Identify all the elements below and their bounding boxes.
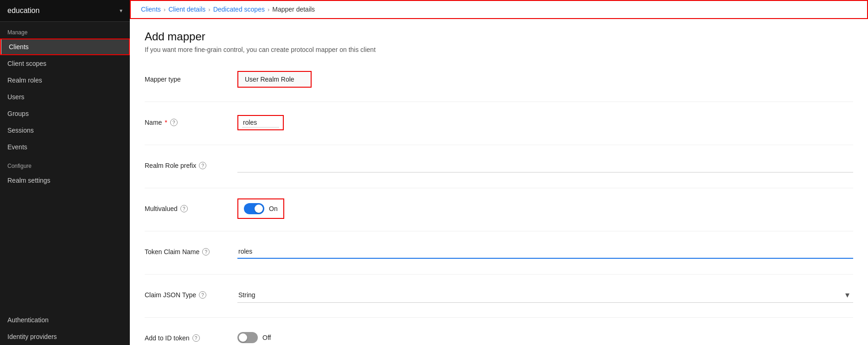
name-input[interactable] <box>242 118 279 128</box>
add-to-id-token-control: Off <box>237 332 853 345</box>
configure-section-label: Configure <box>0 155 130 172</box>
sidebar-item-events[interactable]: Events <box>0 139 130 155</box>
claim-json-type-control: String long int boolean JSON ▾ <box>237 288 853 303</box>
add-to-id-token-label: Add to ID token ? <box>145 334 237 342</box>
claim-json-type-label: Claim JSON Type ? <box>145 291 237 299</box>
sidebar-item-realm-settings-label: Realm settings <box>7 177 51 184</box>
breadcrumb-dedicated-scopes[interactable]: Dedicated scopes <box>213 6 265 13</box>
sidebar-item-authentication[interactable]: Authentication <box>0 312 130 328</box>
sidebar-bottom: Authentication Identity providers <box>0 312 130 345</box>
sidebar-item-realm-roles[interactable]: Realm roles <box>0 72 130 89</box>
claim-json-type-row: Claim JSON Type ? String long int boolea… <box>145 284 853 306</box>
multivalued-help-icon[interactable]: ? <box>180 205 188 212</box>
breadcrumb-current: Mapper details <box>272 6 315 13</box>
sidebar-item-users[interactable]: Users <box>0 89 130 105</box>
breadcrumb-client-details[interactable]: Client details <box>168 6 205 13</box>
breadcrumb-sep-2: › <box>208 6 210 13</box>
mapper-type-value: User Realm Role <box>245 76 294 83</box>
realm-role-prefix-row: Realm Role prefix ? <box>145 154 853 177</box>
add-to-id-token-state: Off <box>262 334 271 341</box>
sidebar-item-realm-roles-label: Realm roles <box>7 77 42 84</box>
add-to-id-token-help-icon[interactable]: ? <box>192 334 200 342</box>
multivalued-row: Multivalued ? On <box>145 198 853 220</box>
breadcrumb: Clients › Client details › Dedicated sco… <box>130 0 868 19</box>
realm-dropdown-arrow: ▾ <box>120 7 122 14</box>
token-claim-name-row: Token Claim Name ? <box>145 241 853 263</box>
name-help-icon[interactable]: ? <box>170 119 178 126</box>
manage-section-label: Manage <box>0 22 130 38</box>
multivalued-toggle-wrapper: On <box>237 198 284 219</box>
sidebar-item-client-scopes-label: Client scopes <box>7 60 46 67</box>
sidebar-item-client-scopes[interactable]: Client scopes <box>0 55 130 72</box>
sidebar-item-groups-label: Groups <box>7 110 29 117</box>
breadcrumb-clients[interactable]: Clients <box>141 6 161 13</box>
name-required: * <box>165 119 167 126</box>
breadcrumb-sep-3: › <box>268 6 269 13</box>
realm-role-prefix-control <box>237 159 853 172</box>
sidebar: education ▾ Manage Clients Client scopes… <box>0 0 130 345</box>
main-content: Clients › Client details › Dedicated sco… <box>130 0 868 345</box>
name-label: Name * ? <box>145 119 237 126</box>
realm-role-prefix-label: Realm Role prefix ? <box>145 162 237 169</box>
realm-role-prefix-help-icon[interactable]: ? <box>199 162 206 169</box>
multivalued-toggle-slider <box>244 203 264 214</box>
mapper-type-control: User Realm Role <box>237 71 853 88</box>
sidebar-item-groups[interactable]: Groups <box>0 105 130 122</box>
page-subtitle: If you want more fine-grain control, you… <box>145 46 853 53</box>
multivalued-label: Multivalued ? <box>145 205 237 212</box>
add-to-id-token-slider <box>237 332 258 343</box>
sidebar-item-identity-providers-label: Identity providers <box>7 333 57 340</box>
breadcrumb-sep-1: › <box>164 6 166 13</box>
sidebar-item-sessions-label: Sessions <box>7 127 34 134</box>
token-claim-name-input[interactable] <box>237 245 853 259</box>
sidebar-item-identity-providers[interactable]: Identity providers <box>0 328 130 345</box>
divider-4 <box>145 231 853 231</box>
token-claim-name-control <box>237 245 853 259</box>
sidebar-item-clients[interactable]: Clients <box>0 38 130 55</box>
mapper-type-box[interactable]: User Realm Role <box>237 71 312 88</box>
multivalued-state-label: On <box>269 205 278 212</box>
divider-6 <box>145 317 853 318</box>
sidebar-item-clients-label: Clients <box>9 43 29 51</box>
mapper-type-row: Mapper type User Realm Role <box>145 68 853 90</box>
sidebar-item-realm-settings[interactable]: Realm settings <box>0 172 130 189</box>
page-body: Add mapper If you want more fine-grain c… <box>130 19 868 345</box>
token-claim-name-help-icon[interactable]: ? <box>202 248 210 256</box>
divider-5 <box>145 274 853 275</box>
mapper-type-label: Mapper type <box>145 76 237 83</box>
token-claim-name-label: Token Claim Name ? <box>145 248 237 256</box>
realm-name: education <box>7 6 39 15</box>
divider-3 <box>145 188 853 188</box>
page-title: Add mapper <box>145 30 853 43</box>
sidebar-item-sessions[interactable]: Sessions <box>0 122 130 139</box>
claim-json-type-help-icon[interactable]: ? <box>199 291 206 299</box>
realm-selector[interactable]: education ▾ <box>0 0 130 22</box>
claim-json-type-select-wrapper: String long int boolean JSON ▾ <box>237 288 853 303</box>
sidebar-item-authentication-label: Authentication <box>7 316 49 324</box>
sidebar-item-events-label: Events <box>7 143 27 151</box>
claim-json-type-select[interactable]: String long int boolean JSON <box>237 288 853 303</box>
name-control <box>237 115 853 130</box>
multivalued-control: On <box>237 198 853 219</box>
sidebar-item-users-label: Users <box>7 93 25 101</box>
name-input-wrapper <box>237 115 284 130</box>
multivalued-toggle[interactable] <box>244 203 264 214</box>
realm-role-prefix-input[interactable] <box>237 159 853 172</box>
divider-1 <box>145 102 853 102</box>
name-row: Name * ? <box>145 111 853 134</box>
add-to-id-token-toggle[interactable] <box>237 332 258 343</box>
add-to-id-token-row: Add to ID token ? Off <box>145 327 853 345</box>
divider-2 <box>145 145 853 145</box>
